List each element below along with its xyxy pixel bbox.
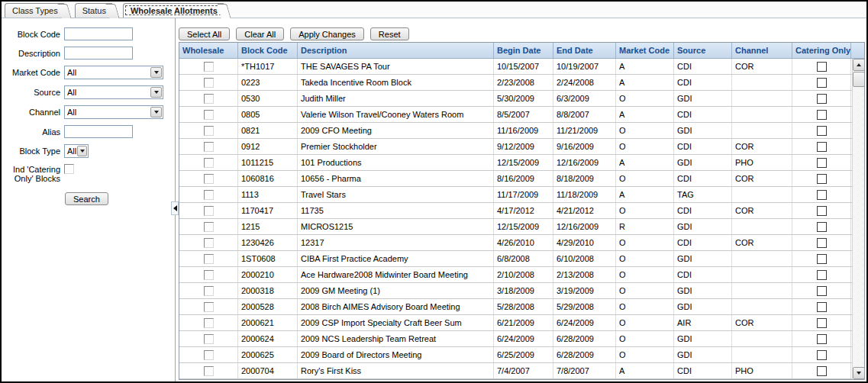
scrollbar-thumb[interactable] <box>853 72 864 87</box>
table-row[interactable]: 0223 Takeda Incentive Room Block 2/23/20… <box>179 75 864 91</box>
catering-only-checkbox[interactable] <box>817 286 827 296</box>
wholesale-checkbox[interactable] <box>204 126 214 136</box>
begin-date-cell: 2/23/2008 <box>494 75 553 90</box>
catering-only-checkbox[interactable] <box>817 238 827 248</box>
channel-cell <box>732 251 792 266</box>
catering-only-checkbox[interactable] <box>817 206 827 216</box>
wholesale-checkbox[interactable] <box>204 366 214 376</box>
clear-all-button[interactable]: Clear All <box>236 27 284 40</box>
end-date-cell: 3/19/2009 <box>553 283 616 298</box>
channel-select[interactable]: All <box>64 105 163 119</box>
table-row[interactable]: 2000318 2009 GM Meeting (1) 3/18/2009 3/… <box>179 283 864 299</box>
table-row[interactable]: 0912 Premier Stockholder 9/12/2009 9/16/… <box>179 139 864 155</box>
wholesale-checkbox[interactable] <box>204 254 214 264</box>
tab-wholesale-allotments[interactable]: Wholesale Allotments <box>123 3 224 18</box>
header-end-date[interactable]: End Date <box>553 43 616 58</box>
catering-only-checkbox[interactable] <box>817 350 827 360</box>
catering-only-checkbox[interactable] <box>817 126 827 136</box>
description-input[interactable] <box>64 47 133 60</box>
catering-only-checkbox[interactable] <box>817 366 827 376</box>
wholesale-checkbox[interactable] <box>204 174 214 184</box>
dropdown-arrow-icon[interactable] <box>150 87 162 98</box>
header-source[interactable]: Source <box>674 43 732 58</box>
table-row[interactable]: 2000621 2009 CSP Import Specialty Craft … <box>179 315 864 331</box>
catering-only-checkbox[interactable] <box>817 174 827 184</box>
wholesale-checkbox[interactable] <box>204 270 214 280</box>
table-row[interactable]: 2000624 2009 NCS Leadership Team Retreat… <box>179 331 864 347</box>
table-row[interactable]: 1060816 10656 - Pharma 8/16/2009 8/18/20… <box>179 171 864 187</box>
wholesale-checkbox[interactable] <box>204 158 214 168</box>
table-row[interactable]: *TH1017 THE SAVAGES PA Tour 10/15/2007 1… <box>179 59 864 75</box>
wholesale-checkbox[interactable] <box>204 206 214 216</box>
wholesale-checkbox[interactable] <box>204 238 214 248</box>
catering-only-checkbox[interactable] <box>817 270 827 280</box>
header-market-code[interactable]: Market Code <box>616 43 674 58</box>
wholesale-checkbox[interactable] <box>204 222 214 232</box>
header-wholesale[interactable]: Wholesale <box>179 43 238 58</box>
catering-only-checkbox[interactable] <box>817 158 827 168</box>
table-row[interactable]: 1170417 11735 4/17/2012 4/21/2012 O CDI … <box>179 203 864 219</box>
header-channel[interactable]: Channel <box>732 43 792 58</box>
catering-only-checkbox[interactable] <box>817 62 827 72</box>
catering-only-checkbox[interactable] <box>817 334 827 344</box>
table-row[interactable]: 1215 MICROS1215 12/15/2009 12/16/2009 R … <box>179 219 864 235</box>
header-block-code[interactable]: Block Code <box>238 43 298 58</box>
wholesale-checkbox[interactable] <box>204 318 214 328</box>
table-row[interactable]: 1ST0608 CIBA First Practice Academy 6/8/… <box>179 251 864 267</box>
wholesale-checkbox[interactable] <box>204 334 214 344</box>
header-description[interactable]: Description <box>298 43 494 58</box>
catering-only-checkbox[interactable] <box>817 94 827 104</box>
wholesale-checkbox[interactable] <box>204 286 214 296</box>
table-row[interactable]: 1113 Travel Stars 11/17/2009 11/18/2009 … <box>179 187 864 203</box>
table-row[interactable]: 2000210 Ace Hardware2008 Midwinter Board… <box>179 267 864 283</box>
source-cell: CDI <box>674 171 732 186</box>
block-code-input[interactable] <box>64 27 133 40</box>
catering-only-checkbox[interactable] <box>817 302 827 312</box>
dropdown-arrow-icon[interactable] <box>150 107 162 117</box>
scroll-up-button[interactable] <box>853 59 864 71</box>
apply-changes-button[interactable]: Apply Changes <box>290 27 364 40</box>
table-row[interactable]: 0805 Valerie Wilson Travel/Cooney Waters… <box>179 107 864 123</box>
catering-only-checkbox[interactable] <box>817 110 827 120</box>
market-code-select[interactable]: All <box>64 66 163 79</box>
scroll-down-button[interactable] <box>853 367 864 379</box>
source-select[interactable]: All <box>64 85 163 99</box>
tab-status[interactable]: Status <box>75 3 112 18</box>
dropdown-arrow-icon[interactable] <box>150 67 162 78</box>
table-row[interactable]: 1011215 101 Productions 12/15/2009 12/16… <box>179 155 864 171</box>
catering-only-checkbox[interactable] <box>817 254 827 264</box>
catering-only-checkbox[interactable] <box>817 78 827 88</box>
wholesale-checkbox[interactable] <box>204 62 214 72</box>
catering-only-checkbox[interactable] <box>817 222 827 232</box>
catering-only-cell <box>792 299 851 314</box>
catering-only-filter-checkbox[interactable] <box>64 164 74 174</box>
alias-input[interactable] <box>64 125 133 138</box>
table-row[interactable]: 0530 Judith Miller 5/30/2009 6/3/2009 O … <box>179 91 864 107</box>
wholesale-checkbox[interactable] <box>204 142 214 152</box>
header-catering-only[interactable]: Catering Only <box>792 43 851 58</box>
wholesale-checkbox[interactable] <box>204 78 214 88</box>
catering-only-checkbox[interactable] <box>817 318 827 328</box>
table-row[interactable]: 2000704 Rory's First Kiss 7/4/2007 7/8/2… <box>179 363 864 379</box>
source-cell: GDI <box>674 299 732 314</box>
catering-only-checkbox[interactable] <box>817 142 827 152</box>
reset-button[interactable]: Reset <box>370 27 409 40</box>
tab-class-types[interactable]: Class Types <box>5 3 64 18</box>
wholesale-checkbox[interactable] <box>204 190 214 200</box>
search-button[interactable]: Search <box>65 192 108 205</box>
table-row[interactable]: 2000625 2009 Board of Directors Meeting … <box>179 347 864 363</box>
wholesale-checkbox[interactable] <box>204 350 214 360</box>
catering-only-checkbox[interactable] <box>817 190 827 200</box>
panel-collapse-handle[interactable] <box>171 201 179 215</box>
dropdown-arrow-icon[interactable] <box>77 146 87 156</box>
vertical-scrollbar[interactable] <box>852 59 864 379</box>
wholesale-checkbox[interactable] <box>204 94 214 104</box>
table-row[interactable]: 0821 2009 CFO Meeting 11/16/2009 11/21/2… <box>179 123 864 139</box>
table-row[interactable]: 1230426 12317 4/26/2010 4/29/2010 O CDI … <box>179 235 864 251</box>
select-all-button[interactable]: Select All <box>179 27 230 40</box>
wholesale-checkbox[interactable] <box>204 302 214 312</box>
block-type-select[interactable]: All <box>64 144 89 158</box>
wholesale-checkbox[interactable] <box>204 110 214 120</box>
table-row[interactable]: 2000528 2008 Birch AIMES Advisory Board … <box>179 299 864 315</box>
header-begin-date[interactable]: Begin Date <box>494 43 553 58</box>
